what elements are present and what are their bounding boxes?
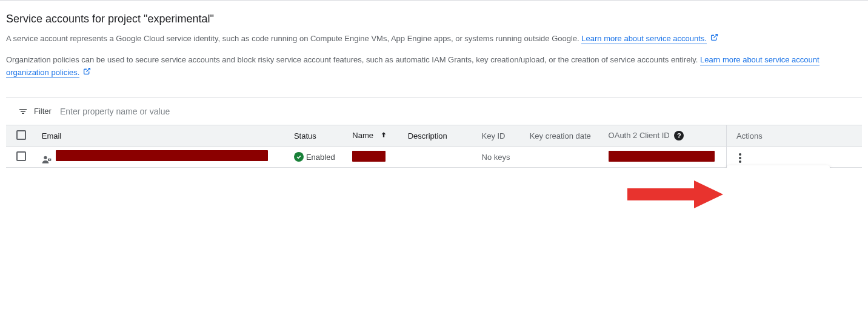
column-description[interactable]: Description bbox=[403, 125, 477, 147]
page-title: Service accounts for project "experiment… bbox=[6, 13, 862, 25]
column-key-id[interactable]: Key ID bbox=[477, 125, 525, 147]
table-header-row: Email Status Name Description Key ID Key… bbox=[6, 125, 862, 147]
email-redacted bbox=[56, 150, 268, 161]
external-link-icon bbox=[710, 33, 718, 45]
keyid-cell: No keys bbox=[477, 147, 525, 167]
select-all-checkbox[interactable] bbox=[16, 130, 26, 140]
filter-bar: Filter bbox=[0, 98, 868, 125]
column-email[interactable]: Email bbox=[37, 125, 289, 147]
column-name-label: Name bbox=[352, 131, 373, 140]
name-redacted bbox=[352, 151, 386, 162]
more-actions-button[interactable] bbox=[736, 151, 744, 165]
column-oauth-label: OAuth 2 Client ID bbox=[609, 131, 670, 140]
table-row[interactable]: Enabled No keys Actions bbox=[6, 147, 862, 167]
email-cell bbox=[37, 147, 289, 167]
status-cell: Enabled bbox=[289, 147, 347, 167]
name-cell bbox=[347, 147, 402, 167]
service-account-description: A service account represents a Google Cl… bbox=[6, 33, 862, 45]
description-cell bbox=[403, 147, 477, 167]
service-account-icon bbox=[42, 155, 52, 164]
row-checkbox-cell bbox=[6, 147, 37, 167]
column-oauth-client-id[interactable]: OAuth 2 Client ID ? bbox=[604, 125, 727, 147]
column-name[interactable]: Name bbox=[347, 125, 402, 147]
row-checkbox[interactable] bbox=[16, 151, 26, 161]
sort-ascending-icon bbox=[379, 132, 388, 141]
learn-more-service-accounts-link[interactable]: Learn more about service accounts. bbox=[581, 34, 707, 44]
filter-input[interactable] bbox=[58, 104, 862, 119]
header-checkbox-cell bbox=[6, 125, 37, 147]
column-actions: Actions bbox=[727, 125, 862, 147]
status-text: Enabled bbox=[306, 153, 335, 162]
actions-cell: Actions Manage details Manage permission… bbox=[727, 147, 862, 167]
org-policies-description: Organization policies can be used to sec… bbox=[6, 54, 862, 79]
oauth-redacted bbox=[609, 151, 715, 162]
desc1-text: A service account represents a Google Cl… bbox=[6, 34, 581, 43]
help-icon[interactable]: ? bbox=[674, 131, 684, 140]
keydate-cell bbox=[525, 147, 604, 167]
svg-point-4 bbox=[49, 159, 50, 160]
filter-label: Filter bbox=[34, 107, 52, 116]
service-accounts-table: Email Status Name Description Key ID Key… bbox=[6, 125, 862, 168]
column-status[interactable]: Status bbox=[289, 125, 347, 147]
check-circle-icon bbox=[294, 152, 304, 162]
svg-line-0 bbox=[713, 35, 717, 38]
external-link-icon bbox=[83, 67, 91, 79]
svg-line-1 bbox=[86, 68, 90, 72]
oauth-cell bbox=[604, 147, 727, 167]
column-key-creation-date[interactable]: Key creation date bbox=[525, 125, 604, 147]
desc2-text: Organization policies can be used to sec… bbox=[6, 55, 700, 64]
svg-point-2 bbox=[44, 156, 47, 159]
filter-icon bbox=[18, 107, 28, 116]
